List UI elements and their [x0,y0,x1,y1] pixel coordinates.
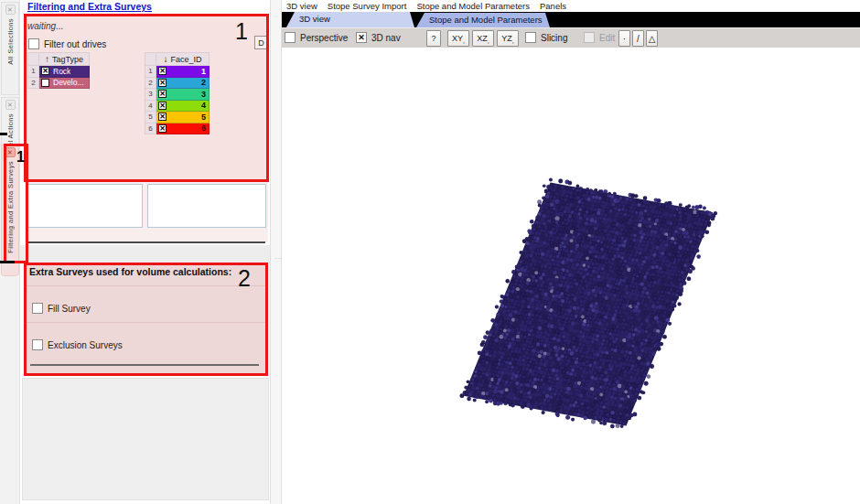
sidebar-tab-all-selections[interactable]: ✕ All Selections [1,2,19,95]
edit-checkbox[interactable] [584,32,595,43]
row-number: 1 [145,66,156,78]
sort-desc-icon: ↓ [163,54,167,64]
table-row: 2✕2 [145,78,210,90]
close-icon[interactable]: ✕ [5,100,16,110]
view-yz-button[interactable]: YZ, [497,30,519,47]
tagtype-empty-list[interactable] [27,184,143,228]
filter-out-drives-label: Filter out drives [44,39,106,49]
menu-panels[interactable]: Panels [540,1,566,11]
close-icon[interactable]: ✕ [5,147,16,157]
status-text: waiting... [27,21,63,31]
row-checkbox[interactable]: ✕ [158,67,167,75]
row-checkbox[interactable]: ✕ [158,124,167,133]
row-separator [25,285,267,286]
faceid-cell[interactable]: ✕4 [156,101,210,113]
fill-survey-label: Fill Survey [48,304,91,314]
filter-region: waiting... 1 Filter out drives D ↑ TagTy… [25,15,268,181]
sidebar-tab-label: All Selections [6,18,15,65]
row-number: 2 [145,78,156,90]
faceid-cell[interactable]: ✕2 [156,78,210,90]
row-checkbox[interactable]: ✕ [41,67,49,75]
slicing-label: Slicing [541,33,567,43]
sidebar-tab-label: Filtering and Extra Surveys [6,161,15,253]
tab-stope-and-model-parameters[interactable]: Stope and Model Parameters [416,13,550,27]
tab-band: 3D view Stope and Model Parameters [282,12,860,27]
table-row: 1✕Rock [27,66,90,78]
perspective-checkbox[interactable] [285,32,296,43]
row-label: Rock [53,67,70,76]
tagtype-table: ↑ TagType 1✕Rock2Develo... [27,52,90,89]
3d-nav-label: 3D nav [371,33,401,43]
filter-out-drives-checkbox[interactable] [28,38,39,49]
row-checkbox[interactable]: ✕ [158,79,167,87]
horizontal-separator [27,241,265,243]
faceid-table: ↓ Face_ID 1✕12✕23✕34✕45✕56✕6 [145,52,210,134]
tagtype-cell[interactable]: Develo... [39,78,90,90]
row-checkbox[interactable]: ✕ [158,113,167,121]
corner-cell [27,52,39,66]
help-button[interactable]: ? [426,30,441,47]
row-number: 3 [145,89,156,101]
tagtype-table-rows: 1✕Rock2Develo... [27,66,90,89]
slicing-checkbox[interactable] [525,32,536,43]
menu-stope-and-model-parameters[interactable]: Stope and Model Parameters [416,1,530,11]
row-checkbox[interactable]: ✕ [158,102,167,110]
tagtype-column-header[interactable]: ↑ TagType [39,52,90,66]
view-toolbar: Perspective ✕ 3D nav ? XY, XZ, YZ, Slici… [282,27,860,48]
faceid-column-header[interactable]: ↓ Face_ID [156,52,210,66]
point-tool-button[interactable]: · [618,30,630,47]
3d-nav-checkbox[interactable]: ✕ [356,32,367,43]
faceid-cell[interactable]: ✕5 [156,112,210,123]
sort-asc-icon: ↑ [45,54,49,64]
panel-splitter[interactable]: ⋯ [270,0,282,504]
triangle-tool-button[interactable]: △ [646,30,658,47]
row-checkbox[interactable]: ✕ [158,90,167,98]
faceid-value: 4 [167,101,207,110]
annotation-number-2: 2 [238,265,251,292]
row-number: 1 [27,66,39,78]
table-row: 2Develo... [27,78,90,90]
row-label: Develo... [53,78,84,87]
annotation-tick [0,133,7,135]
table-row: 3✕3 [145,89,210,101]
annotation-tick [0,261,15,263]
menu-3d-view[interactable]: 3D view [286,1,317,11]
faceid-cell[interactable]: ✕1 [156,66,210,78]
annotation-number-1: 1 [235,18,248,45]
close-icon[interactable]: ✕ [5,5,16,15]
sidebar-tab-model-actions[interactable]: ✕ Model Actions [1,97,19,148]
perspective-label: Perspective [300,33,348,43]
tab-3d-view[interactable]: 3D view [286,12,414,27]
extra-surveys-region: Extra Surveys used for volume calculatio… [25,263,267,375]
corner-cell [145,52,156,66]
table-row: 5✕5 [145,112,210,123]
panel-title: Filtering and Extra Surveys [27,1,152,12]
view-xz-button[interactable]: XZ, [472,30,494,47]
row-number: 5 [145,112,156,123]
panel-divider-band [20,245,270,263]
row-number: 2 [27,78,39,90]
faceid-cell[interactable]: ✕3 [156,89,210,101]
fill-survey-checkbox[interactable] [32,303,43,314]
faceid-cell[interactable]: ✕6 [156,123,210,135]
menu-bar: 3D view Stope Survey Import Stope and Mo… [282,0,860,12]
d-button[interactable]: D [254,36,268,49]
edit-label: Edit [599,33,615,43]
faceid-value: 5 [167,113,207,122]
faceid-empty-list[interactable] [147,184,266,228]
menu-stope-survey-import[interactable]: Stope Survey Import [328,1,407,11]
3d-viewport-canvas[interactable] [282,48,860,504]
extra-surveys-heading: Extra Surveys used for volume calculatio… [29,266,231,277]
faceid-table-rows: 1✕12✕23✕34✕45✕56✕6 [145,66,210,134]
line-tool-button[interactable]: / [632,30,644,47]
left-tab-strip: ✕ All Selections ✕ Model Actions ✕ Filte… [0,0,20,504]
table-row: 1✕1 [145,66,210,78]
bottom-rule [30,364,259,366]
view-xy-button[interactable]: XY, [447,30,469,47]
exclusion-surveys-checkbox[interactable] [32,339,43,350]
tagtype-cell[interactable]: ✕Rock [39,66,90,78]
exclusion-surveys-label: Exclusion Surveys [48,340,123,350]
row-checkbox[interactable] [41,79,49,87]
faceid-value: 3 [167,90,207,99]
application-window: ✕ All Selections ✕ Model Actions ✕ Filte… [0,0,860,504]
